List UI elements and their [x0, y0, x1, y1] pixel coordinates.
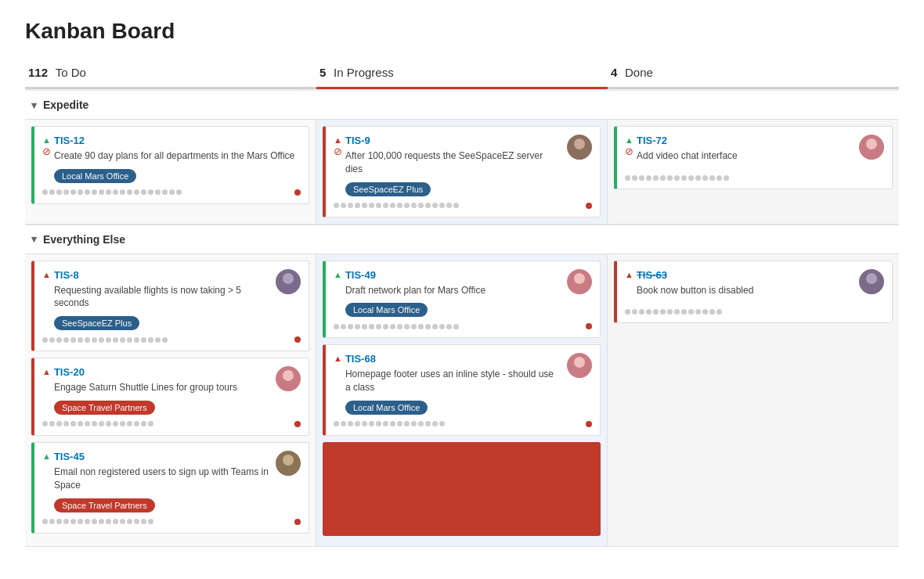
card-tis45[interactable]: ▲ TIS-45 Email non registered users to s… — [31, 442, 309, 534]
tag-tis68: Local Mars Office — [345, 401, 428, 415]
svg-point-15 — [863, 285, 880, 294]
expedite-done-cell: ▲ ⊘ TIS-72 Add video chat interface — [608, 120, 899, 225]
col-header-inprogress: 5 In Progress — [316, 63, 608, 89]
priority-icon-tis45: ▲ — [42, 451, 51, 461]
tag-tis8: SeeSpaceEZ Plus — [54, 316, 139, 330]
card-title-tis63: Book now button is disabled — [637, 284, 853, 297]
card-title-tis8: Requesting available flights is now taki… — [54, 284, 269, 311]
card-id-tis12[interactable]: TIS-12 — [54, 135, 294, 146]
svg-point-0 — [574, 138, 585, 149]
done-count: 4 — [611, 66, 617, 79]
col-header-done: 4 Done — [608, 63, 899, 89]
card-title-tis12: Create 90 day plans for all departments … — [54, 149, 294, 163]
tag-tis20: Space Travel Partners — [54, 401, 155, 415]
priority-icon-tis12: ▲ — [42, 135, 51, 145]
everything-todo-cell: ▲ TIS-8 Requesting available flights is … — [25, 254, 316, 547]
tag-tis9: SeeSpaceEZ Plus — [345, 182, 431, 196]
svg-point-12 — [574, 357, 585, 368]
svg-point-3 — [863, 150, 880, 160]
card-tis8[interactable]: ▲ TIS-8 Requesting available flights is … — [31, 261, 309, 352]
card-tis63[interactable]: ▲ TIS-63 Book now button is disabled — [614, 261, 893, 324]
svg-point-1 — [571, 150, 588, 160]
avatar-tis68 — [567, 353, 592, 378]
todo-count: 112 — [28, 66, 48, 79]
tag-tis45: Space Travel Partners — [54, 498, 155, 512]
red-fill-area — [323, 442, 601, 536]
swimlane-header-everything-else[interactable]: ▾ Everything Else — [25, 225, 899, 254]
card-tis68[interactable]: ▲ TIS-68 Homepage footer uses an inline … — [323, 344, 601, 436]
priority-icon-tis9: ▲ — [334, 135, 342, 145]
expedite-inprogress-cell: ▲ ⊘ TIS-9 After 100,000 requests the See… — [316, 120, 608, 225]
card-id-tis68[interactable]: TIS-68 — [345, 353, 561, 365]
card-tis49[interactable]: ▲ TIS-49 Draft network plan for Mars Off… — [323, 261, 601, 339]
card-tis20[interactable]: ▲ TIS-20 Engage Saturn Shuttle Lines for… — [31, 358, 309, 436]
avatar-tis45 — [276, 451, 301, 476]
card-id-tis9[interactable]: TIS-9 — [345, 135, 561, 146]
avatar-tis8 — [276, 269, 301, 294]
swimlane-header-expedite[interactable]: ▾ Expedite — [25, 90, 899, 119]
svg-point-8 — [283, 455, 294, 466]
everything-done-cell: ▲ TIS-63 Book now button is disabled — [608, 254, 899, 547]
svg-point-11 — [571, 285, 588, 294]
card-id-tis72[interactable]: TIS-72 — [637, 135, 853, 146]
svg-point-9 — [280, 466, 297, 476]
avatar-tis20 — [276, 366, 301, 391]
card-id-tis63[interactable]: TIS-63 — [637, 269, 853, 281]
inprogress-count: 5 — [319, 66, 326, 79]
tag-tis49: Local Mars Office — [345, 303, 428, 317]
card-tis12[interactable]: ▲ ⊘ TIS-12 Create 90 day plans for all d… — [31, 126, 309, 204]
card-title-tis45: Email non registered users to sign up wi… — [54, 466, 269, 492]
card-title-tis68: Homepage footer uses an inline style - s… — [345, 368, 561, 394]
blocked-icon-tis9: ⊘ — [334, 146, 342, 156]
col-header-todo: 112 To Do — [25, 63, 316, 89]
svg-point-13 — [571, 369, 588, 378]
expedite-label: Expedite — [43, 99, 88, 111]
avatar-tis72 — [859, 135, 884, 160]
everything-inprogress-cell: ▲ TIS-49 Draft network plan for Mars Off… — [316, 254, 608, 547]
priority-icon-tis68: ▲ — [334, 354, 342, 363]
card-id-tis20[interactable]: TIS-20 — [54, 366, 269, 378]
svg-point-2 — [866, 138, 877, 149]
priority-icon-tis63: ▲ — [625, 270, 633, 279]
card-title-tis9: After 100,000 requests the SeeSpaceEZ se… — [345, 149, 561, 176]
card-id-tis49[interactable]: TIS-49 — [345, 269, 561, 281]
card-title-tis20: Engage Saturn Shuttle Lines for group to… — [54, 381, 269, 394]
card-title-tis72: Add video chat interface — [637, 149, 853, 163]
card-tis9[interactable]: ▲ ⊘ TIS-9 After 100,000 requests the See… — [323, 126, 601, 218]
avatar-tis9 — [567, 135, 592, 160]
card-id-tis45[interactable]: TIS-45 — [54, 451, 269, 462]
svg-point-5 — [280, 285, 297, 294]
page-title: Kanban Board — [25, 19, 899, 44]
svg-point-4 — [283, 273, 294, 284]
expedite-chevron: ▾ — [31, 99, 37, 111]
card-title-tis49: Draft network plan for Mars Office — [345, 284, 561, 297]
avatar-tis49 — [567, 269, 592, 294]
svg-point-6 — [283, 370, 294, 381]
blocked-icon-tis72: ⊘ — [625, 146, 633, 156]
kanban-page: Kanban Board 112 To Do 5 In Progress 4 D… — [0, 0, 924, 566]
priority-icon-tis49: ▲ — [334, 270, 342, 279]
card-id-tis8[interactable]: TIS-8 — [54, 269, 269, 281]
svg-point-10 — [574, 273, 585, 284]
card-tis72[interactable]: ▲ ⊘ TIS-72 Add video chat interface — [614, 126, 893, 189]
done-label: Done — [625, 66, 653, 79]
inprogress-label: In Progress — [334, 66, 394, 79]
everything-else-chevron: ▾ — [31, 233, 37, 245]
tag-tis12: Local Mars Office — [54, 169, 136, 183]
priority-icon-tis8: ▲ — [42, 270, 51, 279]
avatar-tis63 — [859, 269, 884, 294]
priority-icon-tis20: ▲ — [42, 367, 51, 376]
todo-label: To Do — [56, 66, 86, 79]
svg-point-14 — [866, 273, 877, 284]
svg-point-7 — [280, 382, 297, 391]
blocked-icon-tis12: ⊘ — [42, 146, 51, 156]
expedite-todo-cell: ▲ ⊘ TIS-12 Create 90 day plans for all d… — [25, 120, 316, 225]
everything-else-label: Everything Else — [43, 233, 125, 246]
priority-icon-tis72: ▲ — [625, 135, 633, 145]
